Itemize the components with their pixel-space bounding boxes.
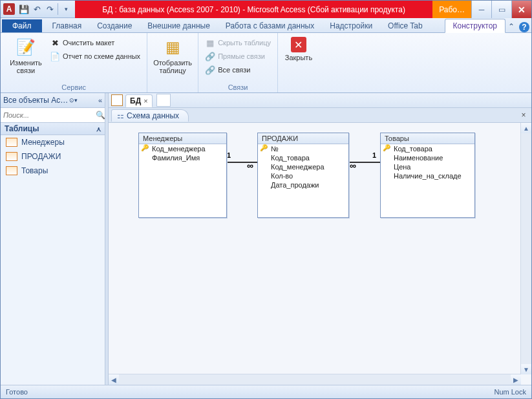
scroll-down-icon[interactable]: ▼ <box>521 364 531 374</box>
tab-create[interactable]: Создание <box>89 19 140 32</box>
nav-item-sales[interactable]: ПРОДАЖИ <box>1 149 105 164</box>
hide-table-icon: ▦ <box>205 38 215 48</box>
table-header[interactable]: Товары <box>381 133 474 144</box>
nav-collapse-icon[interactable]: « <box>98 96 102 104</box>
tab-officetab[interactable]: Office Tab <box>380 19 431 32</box>
table-field[interactable]: Код_менеджера <box>258 162 348 171</box>
nav-item-label: Товары <box>21 166 48 175</box>
hide-table-label: Скрыть таблицу <box>218 39 271 47</box>
schema-tab[interactable]: ⚏ Схема данных <box>111 109 189 122</box>
hide-table-button[interactable]: ▦ Скрыть таблицу <box>202 37 273 49</box>
nav-item-label: ПРОДАЖИ <box>21 152 61 161</box>
ribbon-group-show: ▦ Отобразить таблицу <box>147 33 198 92</box>
vertical-scrollbar[interactable]: ▲ ▼ <box>520 123 531 374</box>
maximize-button[interactable]: ▭ <box>491 1 511 18</box>
nav-dropdown-icon[interactable]: ⊙▾ <box>69 97 78 103</box>
doc-tab-new[interactable] <box>156 94 171 107</box>
table-field[interactable]: Цена <box>381 162 474 171</box>
table-header[interactable]: Менеджеры <box>139 133 226 144</box>
quick-access-toolbar: A 💾 ↶ ↷ ▾ <box>1 1 75 18</box>
schema-tab-bar: ⚏ Схема данных × <box>109 108 531 123</box>
nav-header[interactable]: Все объекты Ac… ⊙▾ « <box>1 93 105 108</box>
section-collapse-icon[interactable]: ⋏ <box>96 125 101 133</box>
table-field[interactable]: Код_менеджера <box>139 144 226 153</box>
save-icon[interactable]: 💾 <box>17 3 30 16</box>
schema-close-icon[interactable]: × <box>518 110 529 120</box>
show-table-icon: ▦ <box>162 37 183 58</box>
table-field[interactable]: Код_товара <box>258 153 348 162</box>
schema-table-goods[interactable]: Товары Код_товара Наименование Цена Нали… <box>380 133 475 218</box>
table-icon <box>6 152 17 161</box>
close-relations-button[interactable]: ✕ Закрыть <box>282 34 315 61</box>
tab-external[interactable]: Внешние данные <box>140 19 218 32</box>
doc-tab-bd[interactable]: БД × <box>125 94 153 107</box>
all-relations-label: Все связи <box>218 66 250 74</box>
table-field[interactable]: Дата_продажи <box>258 180 348 189</box>
group-label-empty <box>151 83 194 92</box>
tab-addins[interactable]: Надстройки <box>322 19 380 32</box>
close-button[interactable]: ✕ <box>511 1 531 18</box>
status-ready: Готово <box>6 388 28 396</box>
table-field[interactable]: № <box>258 144 348 153</box>
schema-table-sales[interactable]: ПРОДАЖИ № Код_товара Код_менеджера Кол-в… <box>257 133 349 218</box>
close-x-icon: ✕ <box>291 37 306 52</box>
schema-canvas[interactable]: 1 ∞ ∞ 1 Менеджеры Код_менеджера Фамилия_… <box>109 123 531 385</box>
document-area: БД × ⚏ Схема данных × 1 ∞ ∞ 1 <box>109 93 531 385</box>
table-field[interactable]: Код_товара <box>381 144 474 153</box>
horizontal-scrollbar[interactable]: ◀ ▶ <box>109 374 521 385</box>
window-controls: ─ ▭ ✕ <box>471 1 531 18</box>
minimize-button[interactable]: ─ <box>471 1 491 18</box>
table-header[interactable]: ПРОДАЖИ <box>258 133 348 144</box>
status-numlock: Num Lock <box>494 388 526 396</box>
ribbon-group-service: 📝 Изменить связи ✖ Очистить макет 📄 Отче… <box>1 33 147 92</box>
group-label-relations: Связи <box>202 83 273 92</box>
report-icon: 📄 <box>50 51 60 61</box>
db-icon <box>111 94 123 106</box>
search-icon[interactable]: 🔍 <box>96 109 105 122</box>
nav-section-tables[interactable]: Таблицы ⋏ <box>1 123 105 135</box>
schema-report-label: Отчет по схеме данных <box>63 52 140 60</box>
group-label-service: Сервис <box>5 83 143 92</box>
schema-report-button[interactable]: 📄 Отчет по схеме данных <box>47 50 143 62</box>
clear-icon: ✖ <box>50 38 60 48</box>
show-table-button[interactable]: ▦ Отобразить таблицу <box>151 34 194 74</box>
clear-layout-button[interactable]: ✖ Очистить макет <box>47 37 143 49</box>
direct-relations-icon: 🔗 <box>205 51 215 61</box>
scroll-up-icon[interactable]: ▲ <box>521 123 531 133</box>
ribbon-group-close: ✕ Закрыть <box>278 33 319 92</box>
table-field[interactable]: Кол-во <box>258 171 348 180</box>
table-field[interactable]: Наименование <box>381 153 474 162</box>
nav-section-label: Таблицы <box>5 124 39 133</box>
app-icon[interactable]: A <box>3 3 15 15</box>
tab-home[interactable]: Главная <box>45 19 90 32</box>
scroll-left-icon[interactable]: ◀ <box>109 374 119 385</box>
ribbon-tabs: Файл Главная Создание Внешние данные Раб… <box>1 18 531 33</box>
scroll-right-icon[interactable]: ▶ <box>511 374 521 385</box>
help-icon[interactable]: ? <box>519 22 529 32</box>
all-relations-icon: 🔗 <box>205 65 215 75</box>
edit-relations-button[interactable]: 📝 Изменить связи <box>5 34 47 74</box>
all-relations-button[interactable]: 🔗 Все связи <box>202 64 273 76</box>
window-title: БД : база данных (Access 2007 - 2010) - … <box>75 1 432 18</box>
nav-item-goods[interactable]: Товары <box>1 164 105 178</box>
search-input[interactable] <box>1 108 96 122</box>
direct-relations-label: Прямые связи <box>218 52 265 60</box>
tab-database[interactable]: Работа с базами данных <box>218 19 322 32</box>
tab-file[interactable]: Файл <box>2 19 42 32</box>
redo-icon[interactable]: ↷ <box>43 3 56 16</box>
table-icon <box>6 166 17 175</box>
nav-item-managers[interactable]: Менеджеры <box>1 135 105 149</box>
content-area: Все объекты Ac… ⊙▾ « 🔍 Таблицы ⋏ Менедже… <box>1 93 531 385</box>
qat-customize-icon[interactable]: ▾ <box>59 3 72 16</box>
table-field[interactable]: Фамилия_Имя <box>139 153 226 162</box>
undo-icon[interactable]: ↶ <box>30 3 43 16</box>
doc-tab-close-icon[interactable]: × <box>144 97 147 105</box>
show-table-label: Отобразить таблицу <box>153 59 192 74</box>
document-tab-bar: БД × <box>109 93 531 108</box>
tab-constructor[interactable]: Конструктор <box>445 19 505 33</box>
ribbon-collapse-icon[interactable]: ⌃ <box>505 21 517 32</box>
direct-relations-button[interactable]: 🔗 Прямые связи <box>202 50 273 62</box>
table-field[interactable]: Наличие_на_складе <box>381 171 474 180</box>
edit-relations-icon: 📝 <box>16 37 36 58</box>
schema-table-managers[interactable]: Менеджеры Код_менеджера Фамилия_Имя <box>138 133 227 218</box>
